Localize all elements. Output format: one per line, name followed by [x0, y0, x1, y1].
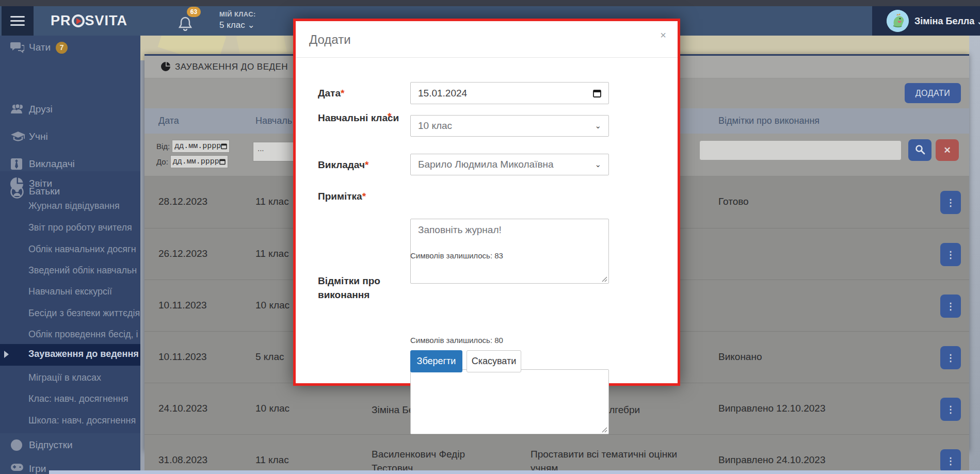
- row-actions-button[interactable]: ⋮: [940, 449, 961, 472]
- classes-select[interactable]: 10 клас ⌄: [410, 115, 609, 137]
- graduation-cap-icon: [10, 130, 26, 142]
- horizontal-scrollbar[interactable]: [49, 470, 980, 474]
- user-name[interactable]: Зіміна Белла ⌄: [914, 16, 980, 27]
- teacher-select[interactable]: Барило Людмила Миколаївна ⌄: [410, 154, 609, 175]
- modal-header: Додати ×: [296, 21, 678, 58]
- sidebar-item-students[interactable]: Учні: [0, 130, 140, 144]
- chevron-down-icon: ⌄: [595, 160, 601, 169]
- avatar[interactable]: [887, 10, 909, 32]
- filter-to-date-input[interactable]: дд.мм.рррр: [170, 155, 228, 168]
- status-text: Виконано: [718, 351, 925, 363]
- page-right-margin: [969, 36, 980, 474]
- bell-icon: [179, 17, 192, 31]
- chat-icon: [10, 41, 24, 54]
- calendar-icon: [219, 158, 226, 165]
- my-class-value[interactable]: 5 клас ⌄: [219, 20, 256, 30]
- add-remark-modal: Додати × Дата* 15.01.2024 Навчальні клас…: [293, 19, 680, 386]
- table-row[interactable]: 31.08.2023 11 клас Василенкович Федір Те…: [144, 434, 969, 474]
- calendar-icon: [593, 89, 601, 97]
- column-header-marks[interactable]: Відмітки про виконання: [718, 116, 820, 126]
- status-text: Виправлено 12.10.2023: [718, 403, 925, 414]
- resize-handle-icon: [602, 276, 607, 282]
- add-button[interactable]: ДОДАТИ: [905, 83, 961, 103]
- sidebar-item-vacations[interactable]: Відпустки: [0, 439, 140, 452]
- my-class-label: МІЙ КЛАС:: [219, 10, 256, 18]
- card-title: ЗАУВАЖЕННЯ ДО ВЕДЕН: [161, 62, 288, 72]
- brand-text-right: SVITA: [85, 13, 128, 29]
- sidebar-item-friends[interactable]: Друзі: [0, 103, 140, 117]
- date-label: Дата*: [318, 86, 406, 100]
- app-root: PRSVITA 63 МІЙ КЛАС: 5 клас ⌄: [0, 0, 980, 474]
- row-actions-button[interactable]: ⋮: [940, 346, 961, 369]
- note-chars-remaining: Символів залишилось: 83: [410, 251, 503, 260]
- search-icon: [915, 144, 925, 155]
- row-actions-button[interactable]: ⋮: [940, 191, 961, 214]
- sidebar-item-label: Чати: [29, 42, 51, 53]
- hamburger-icon: [10, 16, 25, 18]
- sidebar-item-label: Викладачі: [29, 158, 75, 170]
- play-circle-icon: [72, 14, 85, 27]
- column-header-class[interactable]: Навчаль: [255, 116, 292, 126]
- friends-icon: [10, 103, 25, 116]
- clear-filter-button[interactable]: ✕: [936, 139, 959, 161]
- brand-text-left: PR: [51, 13, 71, 29]
- save-button[interactable]: Зберегти: [410, 350, 462, 372]
- sidebar-subitem-teacher-work-report[interactable]: Звіт про роботу вчителя: [0, 222, 140, 235]
- dino-avatar-icon: [887, 10, 909, 32]
- sidebar-item-label: Ігри: [29, 463, 46, 474]
- my-class-switcher[interactable]: МІЙ КЛАС: 5 клас ⌄: [219, 10, 256, 30]
- teacher-label: Викладач*: [318, 158, 406, 172]
- row-actions-button[interactable]: ⋮: [940, 295, 961, 318]
- sidebar-item-teachers[interactable]: Викладачі: [0, 158, 140, 171]
- active-triangle-icon: [4, 351, 9, 358]
- sidebar-subitem-school-achievements[interactable]: Школа: навч. досягнення: [0, 415, 140, 428]
- date-input[interactable]: 15.01.2024: [410, 82, 609, 104]
- sidebar-subitem-journal-remarks-active[interactable]: Зауваження до ведення: [0, 344, 140, 366]
- row-actions-button[interactable]: ⋮: [940, 243, 961, 266]
- chevron-down-icon: ⌄: [595, 121, 601, 130]
- sidebar-item-label: Відпустки: [29, 439, 73, 451]
- user-menu[interactable]: Зіміна Белла ⌄: [872, 6, 980, 36]
- marks-textarea[interactable]: [410, 369, 609, 434]
- sidebar-subitem-consolidated-record[interactable]: Зведений облік навчальн: [0, 265, 140, 277]
- status-text: Готово: [718, 196, 925, 207]
- sidebar-item-label: Учні: [29, 131, 48, 142]
- sidebar-item-chats[interactable]: Чати7: [0, 41, 140, 55]
- row-actions-button[interactable]: ⋮: [940, 398, 961, 421]
- notifications-bell-button[interactable]: [179, 17, 192, 33]
- classes-label: Навчальні класи: [318, 111, 406, 125]
- filter-from-label: Від:: [156, 142, 170, 151]
- sidebar-subitem-attendance-journal[interactable]: Журнал відвідування: [0, 201, 140, 213]
- filter-from-date-input[interactable]: дд.мм.рррр: [172, 140, 230, 153]
- column-header-date[interactable]: Дата: [158, 116, 179, 126]
- close-icon[interactable]: ×: [660, 29, 666, 41]
- sidebar: Чати7 Друзі Учні Викладачі Батьки Звіти …: [0, 36, 140, 474]
- circle-icon: [10, 439, 23, 451]
- sidebar-subitem-class-migrations[interactable]: Міграції в класах: [0, 372, 140, 385]
- cancel-button[interactable]: Скасувати: [467, 350, 521, 372]
- sidebar-subitem-safety-talks[interactable]: Бесіди з безпеки життєдія: [0, 308, 140, 320]
- marks-chars-remaining: Символів залишилось: 80: [410, 336, 503, 345]
- sidebar-item-label: Друзі: [29, 104, 53, 115]
- modal-title: Додати: [309, 32, 351, 47]
- brand-logo[interactable]: PRSVITA: [51, 13, 127, 29]
- hamburger-menu-button[interactable]: [2, 6, 34, 36]
- pie-chart-icon: [10, 177, 23, 190]
- filter-marks-input[interactable]: [699, 140, 902, 160]
- sidebar-item-label: Звіти: [29, 178, 52, 189]
- browser-top-strip: [0, 0, 980, 6]
- sidebar-subitem-class-achievements[interactable]: Клас: навч. досягнення: [0, 394, 140, 406]
- sidebar-subitem-achievement-record[interactable]: Облік навчальних досягн: [0, 244, 140, 256]
- marks-label: Відмітки про виконання: [318, 274, 406, 302]
- sidebar-subitem-talks-record[interactable]: Облік проведення бесід, і: [0, 329, 140, 341]
- tie-icon: [10, 158, 23, 170]
- chats-count-badge: 7: [56, 42, 68, 54]
- note-label: Примітка*: [318, 189, 406, 203]
- resize-handle-icon: [602, 427, 607, 433]
- sidebar-item-reports[interactable]: Звіти: [0, 177, 140, 191]
- sidebar-subitem-excursions[interactable]: Навчальні екскурсії: [0, 286, 140, 299]
- search-button[interactable]: [908, 139, 931, 161]
- pie-chart-icon: [161, 62, 170, 71]
- date-filter-group: Від: дд.мм.рррр До: дд.мм.рррр: [156, 140, 230, 171]
- classes-required-asterisk: *: [388, 111, 391, 122]
